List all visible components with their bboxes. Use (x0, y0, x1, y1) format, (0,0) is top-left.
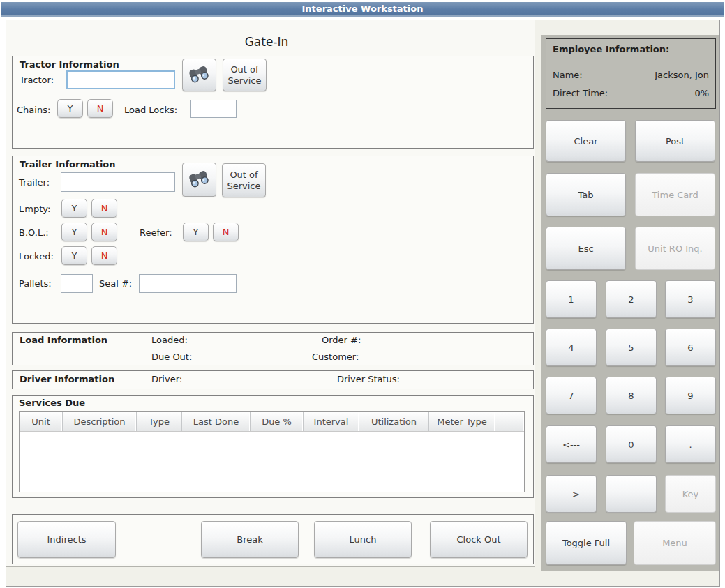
keypad-9-button[interactable]: 9 (665, 377, 716, 414)
seal-label: Seal #: (99, 278, 132, 289)
clear-button[interactable]: Clear (546, 120, 626, 162)
trailer-out-of-service-button[interactable]: Out of Service (222, 163, 266, 197)
driver-status-label: Driver Status: (337, 374, 400, 384)
load-locks-label: Load Locks: (124, 105, 177, 115)
column-header-unit: Unit (20, 412, 63, 431)
bol-yes-button[interactable]: Y (61, 223, 87, 241)
column-header-meter-type: Meter Type (429, 412, 495, 431)
tractor-label: Tractor: (20, 75, 54, 85)
load-section-title: Load Information (20, 335, 107, 345)
post-button[interactable]: Post (635, 120, 715, 162)
bol-no-button[interactable]: N (91, 223, 117, 241)
trailer-input[interactable] (61, 172, 175, 192)
order-number-label: Order #: (322, 335, 361, 345)
reefer-yes-button[interactable]: Y (183, 223, 209, 241)
tractor-search-button[interactable] (182, 59, 216, 91)
clock-out-button[interactable]: Clock Out (430, 521, 528, 558)
bol-label: B.O.L.: (19, 227, 49, 238)
keypad-7-button[interactable]: 7 (546, 377, 597, 414)
services-table-body (20, 432, 524, 492)
tab-button[interactable]: Tab (546, 173, 626, 216)
keypad-0-button[interactable]: 0 (606, 425, 657, 463)
locked-no-button[interactable]: N (91, 246, 117, 265)
keypad-8-button[interactable]: 8 (606, 377, 657, 414)
binoculars-icon (187, 66, 211, 85)
column-header-due-pct: Due % (251, 412, 304, 431)
toggle-full-button[interactable]: Toggle Full (546, 521, 627, 565)
menu-button: Menu (634, 521, 716, 565)
services-table-header: Unit Description Type Last Done Due % In… (20, 412, 524, 432)
chains-no-button[interactable]: N (87, 99, 113, 118)
tractor-input[interactable] (66, 70, 175, 89)
locked-yes-button[interactable]: Y (61, 246, 87, 265)
tractor-section-title: Tractor Information (20, 59, 119, 70)
keypad-6-button[interactable]: 6 (665, 329, 716, 366)
esc-button[interactable]: Esc (546, 227, 626, 270)
keypad-2-button[interactable]: 2 (606, 280, 657, 318)
services-due-table: Unit Description Type Last Done Due % In… (19, 411, 525, 492)
chains-label: Chains: (17, 105, 50, 115)
seal-input[interactable] (139, 274, 237, 293)
window-title: Interactive Workstation (302, 3, 424, 14)
empty-no-button[interactable]: N (91, 199, 117, 218)
reefer-no-button[interactable]: N (213, 223, 239, 241)
column-header-utilization: Utilization (359, 412, 429, 431)
keypad-forward-button[interactable]: ---> (546, 475, 597, 513)
page-title: Gate-In (204, 35, 329, 49)
trailer-search-button[interactable] (182, 163, 216, 197)
key-button: Key (665, 475, 716, 513)
employee-box-title: Employee Information: (553, 44, 669, 54)
column-header-interval: Interval (304, 412, 359, 431)
keypad-4-button[interactable]: 4 (546, 329, 597, 366)
binoculars-icon (187, 170, 211, 190)
direct-time-value: 0% (555, 88, 709, 98)
keypad-back-button[interactable]: <--- (546, 425, 597, 463)
interactive-workstation-screen: Interactive Workstation Gate-In Tractor … (0, 0, 725, 588)
time-card-button: Time Card (635, 173, 715, 216)
chains-yes-button[interactable]: Y (57, 99, 83, 118)
empty-yes-button[interactable]: Y (61, 199, 87, 218)
pallets-label: Pallets: (19, 278, 52, 289)
employee-name-value: Jackson, Jon (555, 70, 709, 80)
reefer-label: Reefer: (140, 227, 172, 238)
column-header-filler (495, 412, 524, 431)
services-section-title: Services Due (19, 398, 85, 408)
driver-section-title: Driver Information (20, 374, 114, 384)
trailer-section-title: Trailer Information (20, 159, 116, 169)
customer-label: Customer: (312, 352, 359, 362)
keypad-3-button[interactable]: 3 (665, 280, 716, 318)
column-header-type: Type (137, 412, 182, 431)
driver-label: Driver: (151, 374, 182, 384)
locked-label: Locked: (19, 251, 54, 262)
due-out-label: Due Out: (151, 352, 192, 362)
keypad-minus-button[interactable]: - (606, 475, 657, 513)
empty-label: Empty: (19, 204, 50, 214)
unit-ro-inq-button: Unit RO Inq. (635, 227, 715, 270)
indirects-button[interactable]: Indirects (17, 521, 116, 558)
keypad-1-button[interactable]: 1 (546, 280, 597, 318)
break-button[interactable]: Break (201, 521, 299, 558)
keypad-5-button[interactable]: 5 (606, 329, 657, 366)
lunch-button[interactable]: Lunch (314, 521, 412, 558)
column-header-last-done: Last Done (182, 412, 251, 431)
tractor-out-of-service-button[interactable]: Out of Service (223, 59, 267, 91)
keypad-dot-button[interactable]: . (665, 425, 716, 463)
trailer-label: Trailer: (19, 177, 50, 188)
column-header-description: Description (63, 412, 137, 431)
window-titlebar: Interactive Workstation (1, 2, 724, 17)
pallets-input[interactable] (61, 274, 93, 293)
load-locks-input[interactable] (190, 100, 237, 118)
loaded-label: Loaded: (151, 335, 188, 345)
